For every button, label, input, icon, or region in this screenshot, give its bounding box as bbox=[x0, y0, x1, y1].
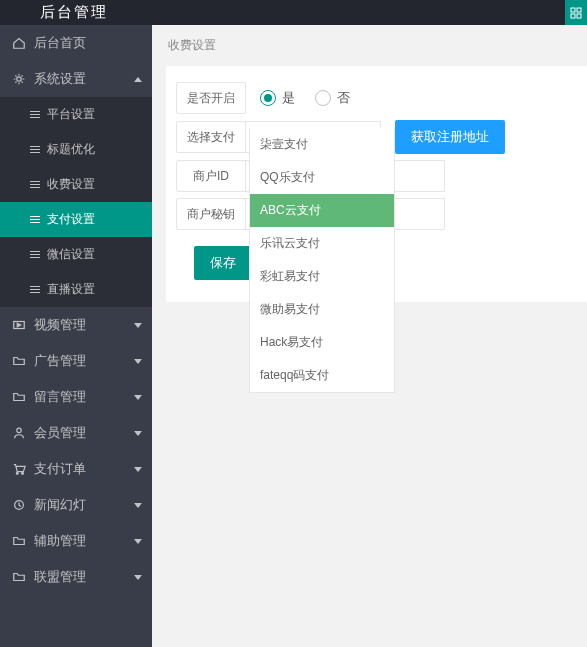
enable-label: 是否开启 bbox=[176, 82, 246, 114]
sidebar-item-支付订单[interactable]: 支付订单 bbox=[0, 451, 152, 487]
sidebar-item-label: 留言管理 bbox=[34, 388, 86, 406]
sidebar-subitem-label: 支付设置 bbox=[47, 211, 95, 228]
bars-icon bbox=[30, 111, 40, 118]
sidebar: 后台首页系统设置平台设置标题优化收费设置支付设置微信设置直播设置视频管理广告管理… bbox=[0, 25, 152, 647]
star-icon bbox=[12, 498, 26, 512]
user-icon bbox=[12, 426, 26, 440]
sidebar-item-系统设置[interactable]: 系统设置 bbox=[0, 61, 152, 97]
paytype-option[interactable]: 柒壹支付 bbox=[250, 128, 394, 161]
chevron-icon bbox=[134, 395, 142, 400]
sidebar-subitem-收费设置[interactable]: 收费设置 bbox=[0, 167, 152, 202]
save-button[interactable]: 保存 bbox=[194, 246, 252, 280]
chevron-icon bbox=[134, 575, 142, 580]
paytype-option[interactable]: 微助易支付 bbox=[250, 293, 394, 326]
merchant-id-label: 商户ID bbox=[176, 160, 246, 192]
sidebar-subitem-直播设置[interactable]: 直播设置 bbox=[0, 272, 152, 307]
sidebar-item-label: 会员管理 bbox=[34, 424, 86, 442]
svg-rect-0 bbox=[571, 8, 575, 12]
sidebar-item-视频管理[interactable]: 视频管理 bbox=[0, 307, 152, 343]
sidebar-item-留言管理[interactable]: 留言管理 bbox=[0, 379, 152, 415]
sidebar-item-label: 联盟管理 bbox=[34, 568, 86, 586]
grid-toggle-icon[interactable] bbox=[565, 0, 587, 25]
sidebar-subitem-label: 收费设置 bbox=[47, 176, 95, 193]
paytype-option[interactable]: ABC云支付 bbox=[250, 194, 394, 227]
paytype-option[interactable]: Hack易支付 bbox=[250, 326, 394, 359]
svg-point-7 bbox=[16, 473, 18, 475]
folder-icon bbox=[12, 570, 26, 584]
radio-yes-label: 是 bbox=[282, 89, 295, 107]
bars-icon bbox=[30, 181, 40, 188]
radio-no-label: 否 bbox=[337, 89, 350, 107]
svg-rect-2 bbox=[571, 14, 575, 18]
bars-icon bbox=[30, 251, 40, 258]
bars-icon bbox=[30, 146, 40, 153]
gear-icon bbox=[12, 72, 26, 86]
sidebar-item-label: 广告管理 bbox=[34, 352, 86, 370]
chevron-icon bbox=[134, 431, 142, 436]
chevron-icon bbox=[134, 359, 142, 364]
get-register-url-button[interactable]: 获取注册地址 bbox=[395, 120, 505, 154]
paytype-option[interactable]: 乐讯云支付 bbox=[250, 227, 394, 260]
svg-rect-1 bbox=[577, 8, 581, 12]
paytype-option[interactable]: 彩虹易支付 bbox=[250, 260, 394, 293]
sidebar-item-会员管理[interactable]: 会员管理 bbox=[0, 415, 152, 451]
folder-icon bbox=[12, 354, 26, 368]
sidebar-item-后台首页[interactable]: 后台首页 bbox=[0, 25, 152, 61]
folder-icon bbox=[12, 534, 26, 548]
sidebar-item-label: 系统设置 bbox=[34, 70, 86, 88]
chevron-icon bbox=[134, 539, 142, 544]
sidebar-subitem-label: 平台设置 bbox=[47, 106, 95, 123]
paytype-dropdown: 柒壹支付QQ乐支付ABC云支付乐讯云支付彩虹易支付微助易支付Hack易支付fat… bbox=[249, 128, 395, 393]
breadcrumb: 收费设置 bbox=[152, 25, 587, 66]
home-icon bbox=[12, 36, 26, 50]
sidebar-subitem-平台设置[interactable]: 平台设置 bbox=[0, 97, 152, 132]
paytype-option[interactable]: QQ乐支付 bbox=[250, 161, 394, 194]
bars-icon bbox=[30, 216, 40, 223]
paytype-option[interactable]: fateqq码支付 bbox=[250, 359, 394, 392]
sidebar-item-新闻幻灯[interactable]: 新闻幻灯 bbox=[0, 487, 152, 523]
video-icon bbox=[12, 318, 26, 332]
chevron-icon bbox=[134, 467, 142, 472]
sidebar-item-辅助管理[interactable]: 辅助管理 bbox=[0, 523, 152, 559]
sidebar-item-label: 后台首页 bbox=[34, 34, 86, 52]
sidebar-subitem-label: 微信设置 bbox=[47, 246, 95, 263]
app-title: 后台管理 bbox=[0, 3, 108, 22]
sidebar-subitem-label: 直播设置 bbox=[47, 281, 95, 298]
svg-point-6 bbox=[17, 428, 21, 432]
radio-no[interactable]: 否 bbox=[315, 89, 350, 107]
sidebar-subitem-标题优化[interactable]: 标题优化 bbox=[0, 132, 152, 167]
paytype-label: 选择支付 bbox=[176, 121, 246, 153]
radio-yes[interactable]: 是 bbox=[260, 89, 295, 107]
sidebar-subitem-支付设置[interactable]: 支付设置 bbox=[0, 202, 152, 237]
folder-icon bbox=[12, 390, 26, 404]
bars-icon bbox=[30, 286, 40, 293]
sidebar-item-广告管理[interactable]: 广告管理 bbox=[0, 343, 152, 379]
sidebar-item-label: 支付订单 bbox=[34, 460, 86, 478]
sidebar-item-label: 新闻幻灯 bbox=[34, 496, 86, 514]
sidebar-item-联盟管理[interactable]: 联盟管理 bbox=[0, 559, 152, 595]
merchant-key-label: 商户秘钥 bbox=[176, 198, 246, 230]
cart-icon bbox=[12, 462, 26, 476]
chevron-icon bbox=[134, 77, 142, 82]
chevron-icon bbox=[134, 323, 142, 328]
svg-point-8 bbox=[22, 473, 24, 475]
sidebar-item-label: 视频管理 bbox=[34, 316, 86, 334]
sidebar-item-label: 辅助管理 bbox=[34, 532, 86, 550]
chevron-icon bbox=[134, 503, 142, 508]
sidebar-subitem-微信设置[interactable]: 微信设置 bbox=[0, 237, 152, 272]
svg-rect-3 bbox=[577, 14, 581, 18]
sidebar-subitem-label: 标题优化 bbox=[47, 141, 95, 158]
svg-point-4 bbox=[17, 77, 21, 81]
